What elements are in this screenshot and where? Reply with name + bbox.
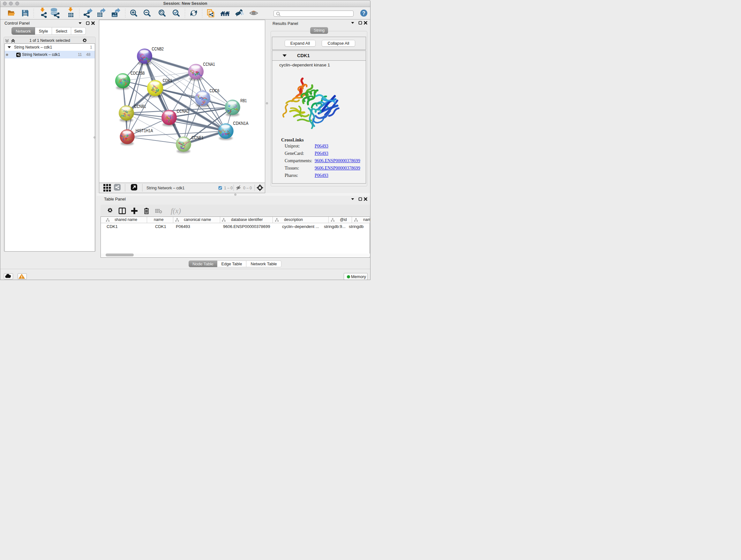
svg-text:CDC25B: CDC25B (131, 71, 145, 76)
svg-text:CCNB2: CCNB2 (152, 46, 164, 51)
svg-text:CDK1: CDK1 (163, 78, 172, 83)
svg-text:CCNE1: CCNE1 (192, 135, 204, 140)
svg-text:RB1: RB1 (240, 98, 247, 103)
svg-text:CCNA2: CCNA2 (177, 109, 189, 114)
svg-text:CCNB1: CCNB1 (134, 104, 146, 109)
svg-text:CDKN1A: CDKN1A (233, 121, 248, 126)
svg-text:CDC6: CDC6 (209, 88, 219, 93)
svg-text:CCNA1: CCNA1 (203, 62, 215, 67)
svg-text:?: ? (362, 10, 365, 16)
svg-text:f(x): f(x) (171, 207, 181, 215)
svg-text:HIST1H1A: HIST1H1A (136, 128, 153, 133)
